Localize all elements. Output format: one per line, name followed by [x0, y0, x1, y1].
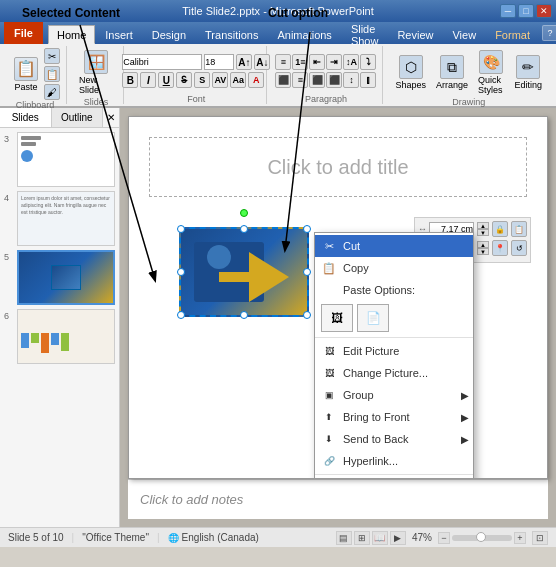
tab-format[interactable]: Format [486, 25, 539, 44]
cm-bring-front[interactable]: ⬆ Bring to Front ▶ [315, 406, 473, 428]
paste-button[interactable]: 📋 Paste [10, 55, 42, 94]
align-left-btn[interactable]: ⬛ [275, 72, 291, 88]
slide-container[interactable]: Click to add title ↔ ▲ ▼ 🔒 📋 ↕ [128, 116, 548, 479]
cm-save-picture[interactable]: 💾 Save as Picture... [315, 477, 473, 479]
new-slide-button[interactable]: 🪟 New Slide [75, 48, 117, 97]
maximize-btn[interactable]: □ [518, 4, 534, 18]
reset-size-icon[interactable]: ↺ [511, 240, 527, 256]
view-slideshow-btn[interactable]: ▶ [390, 531, 406, 545]
decrease-font-btn[interactable]: A↓ [254, 54, 270, 70]
line-spacing-btn[interactable]: ↕ [343, 72, 359, 88]
position-icon[interactable]: 📍 [492, 240, 508, 256]
tab-slides[interactable]: Slides [0, 108, 52, 127]
cm-cut[interactable]: ✂ Cut [315, 235, 473, 257]
cm-group[interactable]: ▣ Group ▶ [315, 384, 473, 406]
cm-edit-picture[interactable]: 🖼 Edit Picture [315, 340, 473, 362]
thumb-img-3[interactable] [17, 132, 115, 187]
tab-animations[interactable]: Animations [268, 25, 340, 44]
cm-hyperlink[interactable]: 🔗 Hyperlink... [315, 450, 473, 472]
slide-thumb-6[interactable]: 6 [4, 309, 115, 364]
justify-btn[interactable]: ⬛ [326, 72, 342, 88]
align-center-btn[interactable]: ≡ [292, 72, 308, 88]
copy-icon[interactable]: 📋 [44, 66, 60, 82]
tab-home[interactable]: Home [48, 25, 95, 44]
sidebar-close-btn[interactable]: ✕ [103, 108, 119, 127]
shadow-btn[interactable]: S [194, 72, 210, 88]
font-size-input[interactable] [204, 54, 234, 70]
cm-change-picture[interactable]: 🖼 Change Picture... [315, 362, 473, 384]
increase-indent-btn[interactable]: ⇥ [326, 54, 342, 70]
case-btn[interactable]: Aa [230, 72, 246, 88]
cm-copy[interactable]: 📋 Copy [315, 257, 473, 279]
strikethrough-btn[interactable]: S̶ [176, 72, 192, 88]
slide-thumb-4[interactable]: 4 Lorem ipsum dolor sit amet, consectetu… [4, 191, 115, 246]
resize-handle-ml[interactable] [177, 268, 185, 276]
resize-handle-bc[interactable] [240, 311, 248, 319]
numbering-btn[interactable]: 1≡ [292, 54, 308, 70]
view-normal-btn[interactable]: ▤ [336, 531, 352, 545]
text-direction-btn[interactable]: ↕A [343, 54, 359, 70]
resize-handle-tr[interactable] [303, 225, 311, 233]
tab-design[interactable]: Design [143, 25, 195, 44]
paste-opt-1[interactable]: 🖼 [321, 304, 353, 332]
help-btn[interactable]: ? [542, 25, 556, 41]
copy-size-icon[interactable]: 📋 [511, 221, 527, 237]
tab-slideshow[interactable]: Slide Show [342, 25, 388, 44]
align-right-btn[interactable]: ⬛ [309, 72, 325, 88]
tab-transitions[interactable]: Transitions [196, 25, 267, 44]
columns-btn[interactable]: ⫿ [360, 72, 376, 88]
decrease-indent-btn[interactable]: ⇤ [309, 54, 325, 70]
height-up-btn[interactable]: ▲ [477, 241, 489, 248]
cm-send-back[interactable]: ⬇ Send to Back ▶ [315, 428, 473, 450]
selected-image[interactable] [179, 227, 309, 317]
bold-btn[interactable]: B [122, 72, 138, 88]
file-tab[interactable]: File [4, 22, 43, 44]
edit-pic-icon: 🖼 [321, 343, 337, 359]
zoom-in-btn[interactable]: + [514, 532, 526, 544]
view-reading-btn[interactable]: 📖 [372, 531, 388, 545]
arrange-button[interactable]: ⧉ Arrange [432, 53, 472, 92]
resize-handle-mr[interactable] [303, 268, 311, 276]
slide-thumb-5[interactable]: 5 [4, 250, 115, 305]
cut-icon[interactable]: ✂ [44, 48, 60, 64]
resize-handle-bl[interactable] [177, 311, 185, 319]
height-down-btn[interactable]: ▼ [477, 248, 489, 255]
title-placeholder[interactable]: Click to add title [149, 137, 527, 197]
font-label: Font [187, 94, 205, 104]
rotate-handle[interactable] [240, 209, 248, 217]
resize-handle-br[interactable] [303, 311, 311, 319]
resize-handle-tl[interactable] [177, 225, 185, 233]
thumb-img-4[interactable]: Lorem ipsum dolor sit amet, consectetur … [17, 191, 115, 246]
editing-button[interactable]: ✏ Editing [510, 53, 546, 92]
slide-thumb-3[interactable]: 3 [4, 132, 115, 187]
thumb-img-6[interactable] [17, 309, 115, 364]
char-space-btn[interactable]: AV [212, 72, 228, 88]
resize-handle-tc[interactable] [240, 225, 248, 233]
tab-insert[interactable]: Insert [96, 25, 142, 44]
width-down-btn[interactable]: ▼ [477, 229, 489, 236]
underline-btn[interactable]: U [158, 72, 174, 88]
zoom-out-btn[interactable]: − [438, 532, 450, 544]
notes-area[interactable]: Click to add notes [128, 479, 548, 519]
close-btn[interactable]: ✕ [536, 4, 552, 18]
bullets-btn[interactable]: ≡ [275, 54, 291, 70]
tab-review[interactable]: Review [388, 25, 442, 44]
tab-outline[interactable]: Outline [52, 108, 104, 127]
minimize-btn[interactable]: ─ [500, 4, 516, 18]
zoom-slider[interactable] [452, 535, 512, 541]
quick-styles-button[interactable]: 🎨 Quick Styles [474, 48, 508, 97]
convert-btn[interactable]: ⤵ [360, 54, 376, 70]
thumb-img-5[interactable] [17, 250, 115, 305]
paste-opt-2[interactable]: 📄 [357, 304, 389, 332]
title-bar: Title Slide2.pptx - Microsoft PowerPoint… [0, 0, 556, 22]
shapes-button[interactable]: ⬡ Shapes [391, 53, 430, 92]
increase-font-btn[interactable]: A↑ [236, 54, 252, 70]
view-slide-btn[interactable]: ⊞ [354, 531, 370, 545]
font-color-btn[interactable]: A [248, 72, 264, 88]
format-painter-icon[interactable]: 🖌 [44, 84, 60, 100]
width-up-btn[interactable]: ▲ [477, 222, 489, 229]
fit-slide-btn[interactable]: ⊡ [532, 531, 548, 545]
font-name-input[interactable] [122, 54, 202, 70]
italic-btn[interactable]: I [140, 72, 156, 88]
tab-view[interactable]: View [443, 25, 485, 44]
